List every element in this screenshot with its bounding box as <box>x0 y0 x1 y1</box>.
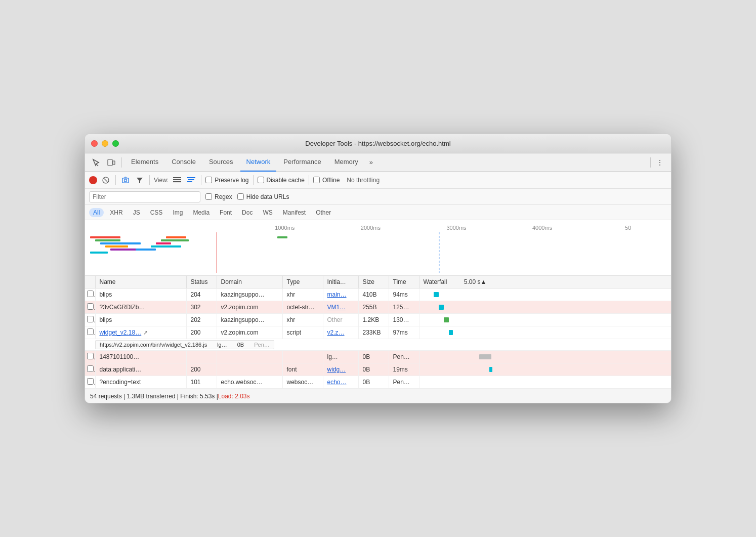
type-btn-css[interactable]: CSS <box>146 208 167 217</box>
toolbar-sep-5 <box>309 175 309 185</box>
row-status: 202 <box>186 314 217 326</box>
row-checkbox[interactable] <box>85 376 95 389</box>
row-name[interactable]: widget_v2.18… ↗ <box>95 326 186 339</box>
waterfall-bars <box>85 232 671 273</box>
row-status: 302 <box>186 301 217 314</box>
tab-elements[interactable]: Elements <box>125 153 164 172</box>
record-button[interactable] <box>89 176 97 184</box>
row-status: 200 <box>186 326 217 339</box>
throttling-label: No throttling <box>347 177 380 184</box>
row-time: 125… <box>389 301 419 314</box>
more-options-icon[interactable]: ⋮ <box>653 155 667 170</box>
type-btn-all[interactable]: All <box>89 208 104 217</box>
row-size: 233KB <box>358 326 389 339</box>
row-checkbox[interactable] <box>85 326 95 339</box>
type-btn-doc[interactable]: Doc <box>238 208 257 217</box>
load-time: Load: 2.03s <box>218 393 250 400</box>
row-name[interactable]: 1487101100… <box>95 351 186 363</box>
row-checkbox[interactable] <box>85 288 95 301</box>
minimize-button[interactable] <box>102 140 108 147</box>
row-name[interactable]: ?encoding=text <box>95 376 186 389</box>
header-initiator[interactable]: Initia… <box>323 276 358 288</box>
row-type <box>282 351 323 363</box>
row-initiator[interactable]: widg… <box>323 363 358 376</box>
tab-performance[interactable]: Performance <box>277 153 327 172</box>
disable-cache-checkbox[interactable]: Disable cache <box>258 177 305 184</box>
svg-rect-23 <box>166 236 186 238</box>
header-type[interactable]: Type <box>282 276 323 288</box>
clear-icon[interactable] <box>100 175 111 186</box>
row-checkbox[interactable] <box>85 363 95 376</box>
row-size: 0B <box>358 376 389 389</box>
svg-rect-19 <box>100 242 141 244</box>
tab-sources[interactable]: Sources <box>203 153 239 172</box>
waterfall-svg <box>85 232 500 273</box>
svg-point-6 <box>124 179 127 182</box>
waterfall-chart: 1000ms 2000ms 3000ms 4000ms 50 <box>85 220 671 276</box>
row-time: 19ms <box>389 363 419 376</box>
inspect-icon[interactable] <box>89 155 103 170</box>
header-checkbox <box>85 276 95 288</box>
list-view-icon[interactable] <box>172 175 183 186</box>
type-btn-img[interactable]: Img <box>169 208 187 217</box>
row-initiator[interactable]: VM1… <box>323 301 358 314</box>
filter-icon[interactable] <box>134 175 145 186</box>
header-domain[interactable]: Domain <box>217 276 282 288</box>
header-status[interactable]: Status <box>186 276 217 288</box>
row-name[interactable]: blips <box>95 288 186 301</box>
row-waterfall <box>419 288 671 301</box>
tab-sep-1 <box>121 157 122 168</box>
regex-checkbox[interactable]: Regex <box>205 193 232 200</box>
row-type: font <box>282 363 323 376</box>
more-tabs-button[interactable]: » <box>365 158 377 166</box>
table-row: data:applicati… 200 font widg… 0B 19ms <box>85 363 671 376</box>
close-button[interactable] <box>91 140 98 147</box>
waterfall-view-icon[interactable] <box>186 175 197 186</box>
svg-marker-7 <box>137 178 143 183</box>
view-label: View: <box>154 177 169 184</box>
maximize-button[interactable] <box>112 140 119 147</box>
type-btn-ws[interactable]: WS <box>259 208 276 217</box>
header-size[interactable]: Size <box>358 276 389 288</box>
type-btn-manifest[interactable]: Manifest <box>279 208 310 217</box>
svg-rect-12 <box>187 177 195 178</box>
type-btn-media[interactable]: Media <box>189 208 214 217</box>
table-row: blips 204 kaazingsuppo… xhr main… 410B 9… <box>85 288 671 301</box>
row-checkbox[interactable] <box>85 301 95 314</box>
type-btn-js[interactable]: JS <box>129 208 144 217</box>
filter-input[interactable] <box>89 191 200 202</box>
row-domain <box>217 363 282 376</box>
row-name[interactable]: blips <box>95 314 186 326</box>
row-initiator[interactable]: lg… <box>323 351 358 363</box>
preserve-log-checkbox[interactable]: Preserve log <box>205 177 248 184</box>
tab-console[interactable]: Console <box>165 153 202 172</box>
header-time[interactable]: Time <box>389 276 419 288</box>
table-row: blips 202 kaazingsuppo… xhr Other 1.2KB … <box>85 314 671 326</box>
camera-icon[interactable] <box>120 175 131 186</box>
timescale-3000: 3000ms <box>413 225 499 231</box>
row-waterfall <box>419 301 671 314</box>
tab-memory[interactable]: Memory <box>328 153 364 172</box>
svg-rect-22 <box>90 252 108 254</box>
type-btn-font[interactable]: Font <box>216 208 236 217</box>
row-checkbox[interactable] <box>85 351 95 363</box>
tab-network[interactable]: Network <box>240 153 277 172</box>
row-status: 204 <box>186 288 217 301</box>
hide-data-urls-checkbox[interactable]: Hide data URLs <box>237 193 289 200</box>
row-initiator[interactable]: v2.z… <box>323 326 358 339</box>
row-initiator[interactable]: echo… <box>323 376 358 389</box>
svg-line-4 <box>104 179 107 182</box>
header-name[interactable]: Name <box>95 276 186 288</box>
row-checkbox[interactable] <box>85 314 95 326</box>
row-name[interactable]: data:applicati… <box>95 363 186 376</box>
network-table-area: Name Status Domain Type Initia… Size Tim… <box>85 276 671 389</box>
row-initiator[interactable]: main… <box>323 288 358 301</box>
row-name[interactable]: ?3vCaGRDlZb… <box>95 301 186 314</box>
svg-rect-8 <box>173 177 181 178</box>
offline-checkbox[interactable]: Offline <box>313 177 340 184</box>
row-waterfall <box>419 314 671 326</box>
type-btn-other[interactable]: Other <box>312 208 335 217</box>
header-waterfall[interactable]: Waterfall 5.00 s▲ <box>419 276 671 288</box>
device-toolbar-icon[interactable] <box>104 155 118 170</box>
type-btn-xhr[interactable]: XHR <box>106 208 127 217</box>
